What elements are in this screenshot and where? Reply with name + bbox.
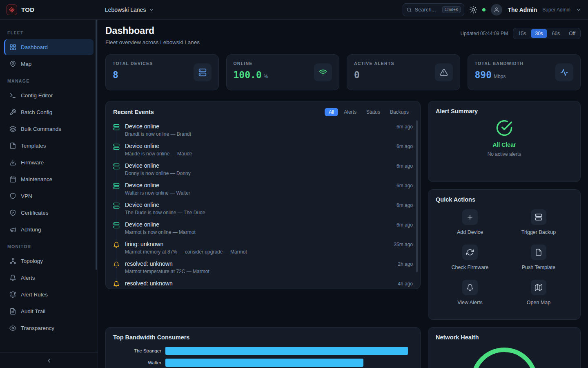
stat-label: TOTAL DEVICES — [113, 61, 153, 66]
bandwidth-title: Top Bandwidth Consumers — [113, 334, 413, 341]
event-body: Device online Donny is now online — Donn… — [125, 162, 391, 176]
refresh-option-button[interactable]: Off — [565, 29, 579, 38]
event-time: 6m ago — [396, 163, 413, 169]
stat-card: ACTIVE ALERTS 0 — [347, 54, 460, 90]
sidebar-nav: FLEET Dashboard Map — [0, 20, 98, 352]
alert-summary-detail: No active alerts — [488, 151, 521, 157]
event-row[interactable]: firing: unknown Marmot memory at 87% — c… — [113, 238, 413, 258]
brand-area: TOD — [0, 4, 98, 15]
sidebar-item[interactable]: Map — [4, 56, 94, 72]
quick-action-button[interactable]: Add Device — [457, 209, 483, 235]
stat-icon — [440, 68, 448, 76]
event-type-icon — [113, 242, 120, 248]
sidebar-item[interactable]: Alert Rules — [4, 287, 94, 303]
event-body: resolved: unknown Marmot temperature at … — [125, 260, 392, 274]
bandwidth-bar-track — [165, 359, 413, 367]
sidebar-item[interactable]: Config Editor — [4, 88, 94, 103]
theme-toggle-sun-icon[interactable] — [470, 6, 477, 13]
quick-action-tile — [531, 245, 546, 260]
page-header: Dashboard Fleet overview across Lebowski… — [105, 25, 581, 45]
events-scrollbar[interactable] — [416, 120, 418, 272]
event-row[interactable]: Device online Maude is now online — Maud… — [113, 140, 413, 159]
events-filter-button[interactable]: Backups — [386, 108, 413, 116]
event-body: Device online Maude is now online — Maud… — [125, 143, 391, 157]
search-icon — [406, 7, 412, 13]
quick-action-button[interactable]: Trigger Backup — [521, 209, 556, 235]
event-row[interactable]: Device online Marmot is now online — Mar… — [113, 218, 413, 238]
sidebar-item[interactable]: Certificates — [4, 205, 94, 221]
nav-item-label: Templates — [21, 143, 46, 149]
stat-card: ONLINE 100.0% — [226, 54, 340, 90]
nav-item-label: Achtung — [21, 227, 41, 233]
event-detail: Maude is now online — Maude — [125, 151, 391, 157]
sidebar-item[interactable]: Firmware — [4, 155, 94, 171]
brand-name: TOD — [21, 6, 35, 13]
stat-icon-tile — [555, 63, 573, 81]
events-filter-button[interactable]: Status — [362, 108, 384, 116]
sidebar-item[interactable]: Audit Trail — [4, 303, 94, 319]
avatar[interactable] — [491, 4, 502, 16]
refresh-option-button[interactable]: 60s — [548, 29, 564, 38]
events-list: Device online Brandt is now online — Bra… — [113, 120, 413, 289]
sidebar-item[interactable]: VPN — [4, 188, 94, 204]
quick-action-button[interactable]: Check Firmware — [452, 245, 489, 270]
event-type-icon — [113, 281, 120, 287]
nav-item-label: Batch Config — [21, 109, 52, 115]
stat-main: TOTAL BANDWIDTH 890Mbps — [475, 61, 524, 84]
sidebar-item[interactable]: Maintenance — [4, 171, 94, 187]
user-role: Super Admin — [542, 7, 570, 13]
sidebar-item[interactable]: Alerts — [4, 270, 94, 286]
dashboard-grid: Recent Events All Alerts Status Backups — [105, 101, 581, 368]
event-detail: Brandt is now online — Brandt — [125, 131, 391, 137]
stat-icon — [319, 68, 327, 76]
user-menu-chevron-icon[interactable] — [576, 7, 581, 13]
event-row[interactable]: Device online Brandt is now online — Bra… — [113, 120, 413, 140]
event-body: Device online Walter is now online — Wal… — [125, 182, 391, 196]
bandwidth-bar — [165, 347, 408, 355]
events-filter-button[interactable]: Alerts — [340, 108, 361, 116]
sidebar-item[interactable]: Transparency — [4, 320, 94, 336]
nav-item-label: Audit Trail — [21, 308, 45, 314]
bandwidth-rows: The Stranger Walter — [113, 347, 413, 367]
event-body: resolved: unknown — [125, 280, 392, 288]
nav-section-label: MANAGE — [0, 73, 98, 87]
sidebar-item[interactable]: Batch Config — [4, 104, 94, 120]
quick-action-button[interactable]: View Alerts — [457, 280, 483, 305]
event-row[interactable]: Device online The Dude is now online — T… — [113, 199, 413, 218]
event-time: 35m ago — [394, 242, 413, 247]
nav-item-icon — [9, 226, 16, 233]
event-row[interactable]: resolved: unknown Marmot temperature at … — [113, 258, 413, 277]
quick-action-tile — [531, 280, 546, 295]
event-title: Device online — [125, 143, 391, 149]
online-status-dot — [482, 8, 486, 11]
sidebar-item[interactable]: Bulk Commands — [4, 121, 94, 137]
quick-action-button[interactable]: Push Template — [522, 245, 555, 270]
org-selector[interactable]: Lebowski Lanes — [98, 7, 161, 13]
event-row[interactable]: Device online Walter is now online — Wal… — [113, 179, 413, 199]
sidebar-item[interactable]: Topology — [4, 253, 94, 269]
event-title: Device online — [125, 202, 391, 208]
refresh-option-button[interactable]: 30s — [531, 29, 547, 38]
sidebar-collapse-button[interactable] — [0, 352, 98, 368]
nav-section: MANAGE Config Editor Batch Config — [0, 73, 98, 238]
event-row[interactable]: Device online Donny is now online — Donn… — [113, 159, 413, 179]
stat-cards-row: TOTAL DEVICES 8 ONLINE 100.0% — [105, 54, 581, 90]
event-row[interactable]: resolved: unknown 4h ago — [113, 277, 413, 289]
network-health-title: Network Health — [436, 334, 573, 341]
page-subtitle: Fleet overview across Lebowski Lanes — [105, 39, 200, 45]
quick-action-label: Check Firmware — [452, 265, 489, 270]
search-input[interactable]: Search... Cmd+K — [403, 3, 464, 16]
event-title: Device online — [125, 221, 391, 228]
quick-action-button[interactable]: Open Map — [527, 280, 550, 305]
quick-action-label: Trigger Backup — [521, 229, 556, 235]
sidebar-item[interactable]: Achtung — [4, 222, 94, 238]
main-content: Dashboard Fleet overview across Lebowski… — [98, 20, 588, 368]
events-filter-button[interactable]: All — [325, 108, 338, 116]
event-body: firing: unknown Marmot memory at 87% — c… — [125, 241, 388, 255]
sidebar-scrollbar[interactable] — [96, 20, 97, 270]
refresh-option-button[interactable]: 15s — [514, 29, 530, 38]
nav-section: FLEET Dashboard Map — [0, 25, 98, 72]
quick-action-label: View Alerts — [457, 300, 483, 305]
sidebar-item[interactable]: Templates — [4, 138, 94, 154]
sidebar-item[interactable]: Dashboard — [4, 39, 94, 55]
